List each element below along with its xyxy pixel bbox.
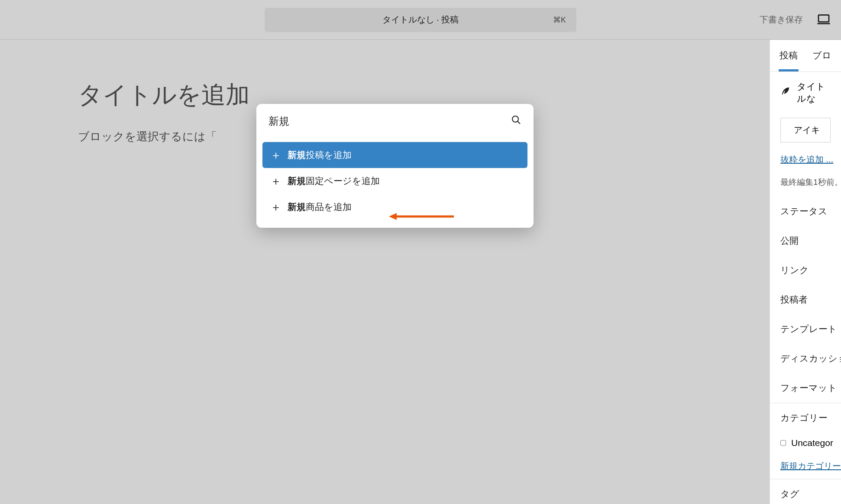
save-draft-button[interactable]: 下書き保存	[760, 14, 803, 26]
palette-item-add-post[interactable]: ＋ 新規投稿を追加	[262, 142, 527, 168]
category-checkbox[interactable]	[780, 438, 786, 448]
command-palette: 新規 ＋ 新規投稿を追加 ＋ 新規固定ページを追加 ＋ 新規商品を追加	[256, 104, 534, 228]
post-summary-title: タイトルな	[770, 72, 841, 113]
plus-icon: ＋	[270, 175, 279, 187]
panel-category-heading[interactable]: カテゴリー	[770, 403, 841, 433]
tab-post[interactable]: 投稿	[779, 40, 799, 71]
top-right-controls: 下書き保存	[760, 12, 831, 28]
svg-line-3	[518, 121, 520, 124]
set-featured-image-button[interactable]: アイキ	[780, 118, 831, 142]
annotation-arrow	[389, 211, 456, 223]
palette-item-add-page[interactable]: ＋ 新規固定ページを追加	[262, 168, 527, 194]
top-bar: タイトルなし · 投稿 ⌘K 下書き保存	[0, 0, 841, 40]
panel-template[interactable]: テンプレート	[770, 314, 841, 344]
panel-status[interactable]: ステータス	[770, 197, 841, 226]
palette-item-label: 新規固定ページを追加	[288, 175, 380, 187]
svg-rect-0	[818, 15, 829, 22]
panel-discussion[interactable]: ディスカッション	[770, 344, 841, 373]
panel-tag-heading[interactable]: タグ	[770, 479, 841, 504]
post-summary-title-text: タイトルな	[797, 81, 831, 105]
palette-item-label: 新規商品を追加	[288, 201, 352, 213]
panel-link[interactable]: リンク	[770, 255, 841, 285]
category-item[interactable]: Uncategor	[770, 433, 841, 453]
shortcut-hint: ⌘K	[553, 15, 566, 25]
panel-publish[interactable]: 公開	[770, 226, 841, 255]
last-edited-text: 最終編集1秒前。	[770, 172, 841, 197]
document-title: タイトルなし · 投稿	[382, 14, 459, 26]
plus-icon: ＋	[270, 149, 279, 161]
quill-icon	[780, 87, 791, 99]
panel-author[interactable]: 投稿者	[770, 285, 841, 314]
category-label: Uncategor	[791, 438, 833, 448]
svg-point-2	[512, 116, 518, 122]
command-palette-search-row: 新規	[256, 104, 534, 139]
panel-format[interactable]: フォーマット	[770, 373, 841, 403]
command-palette-input[interactable]: 新規	[268, 114, 289, 128]
search-icon	[511, 115, 521, 128]
add-excerpt-link[interactable]: 抜粋を追加 ...	[770, 147, 841, 172]
tab-block[interactable]: ブロ	[812, 40, 832, 71]
svg-marker-5	[389, 213, 397, 220]
plus-icon: ＋	[270, 201, 279, 213]
sidebar-tabs: 投稿 ブロ	[770, 40, 841, 72]
add-new-category-link[interactable]: 新規カテゴリー	[770, 453, 841, 479]
settings-sidebar: 投稿 ブロ タイトルな アイキ 抜粋を追加 ... 最終編集1秒前。 ステータス…	[770, 40, 841, 504]
palette-item-label: 新規投稿を追加	[288, 149, 352, 161]
command-bar[interactable]: タイトルなし · 投稿 ⌘K	[265, 8, 576, 32]
preview-device-icon[interactable]	[817, 12, 831, 28]
